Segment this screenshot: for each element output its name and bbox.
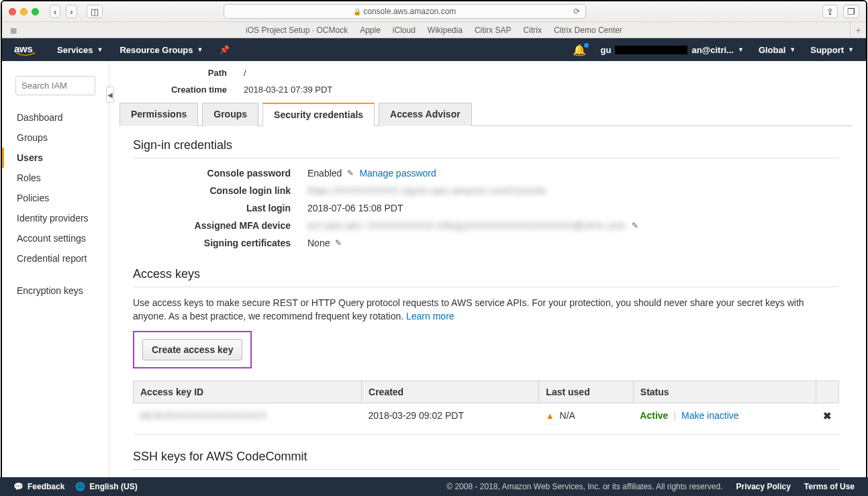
console-password-label: Console password (133, 168, 307, 179)
tabs-button[interactable]: ❐ (843, 5, 859, 18)
tab-permissions[interactable]: Permissions (119, 103, 198, 126)
chevron-down-icon: ▼ (97, 46, 103, 53)
console-password-value: Enabled (307, 168, 342, 179)
browser-chrome: ‹ › ◫ 🔒 console.aws.amazon.com ⟳ ⇪ ❐ ▦ i… (2, 1, 866, 38)
sidebar-item-encryption-keys[interactable]: Encryption keys (17, 281, 109, 301)
sidebar-item-roles[interactable]: Roles (17, 168, 109, 188)
login-link-label: Console login link (133, 185, 307, 196)
address-bar[interactable]: 🔒 console.aws.amazon.com ⟳ (224, 4, 586, 19)
pin-icon[interactable]: 📌 (220, 45, 230, 54)
creation-time-label: Creation time (119, 85, 244, 95)
creation-time-value: 2018-03-21 07:39 PDT (244, 85, 332, 95)
status-badge: Active (640, 410, 668, 421)
sidebar-item-identity-providers[interactable]: Identity providers (17, 208, 109, 228)
support-menu[interactable]: Support▼ (810, 45, 854, 55)
table-header: Access key ID (134, 381, 362, 403)
bookmark-item[interactable]: Wikipedia (428, 26, 463, 35)
services-menu[interactable]: Services▼ (57, 45, 103, 55)
signing-label: Signing certificates (133, 238, 307, 248)
tab-security-credentials[interactable]: Security credentials (262, 103, 375, 126)
bookmark-item[interactable]: iOS Project Setup · OCMock (246, 26, 348, 35)
language-selector[interactable]: 🌐English (US) (75, 482, 137, 491)
aws-logo[interactable]: aws (14, 43, 37, 56)
chevron-left-icon: ◀ (107, 91, 113, 99)
key-status-cell: Active|Make inactive (633, 403, 816, 435)
table-header: Created (362, 381, 539, 403)
search-input[interactable] (15, 76, 95, 95)
bookmarks-list: iOS Project Setup · OCMock Apple iCloud … (246, 26, 622, 35)
share-button[interactable]: ⇪ (822, 5, 838, 18)
create-access-key-highlight: Create access key (133, 331, 252, 368)
bookmark-item[interactable]: iCloud (393, 26, 416, 35)
account-menu[interactable]: guan@citri... ▼ (601, 45, 744, 55)
back-button[interactable]: ‹ (50, 5, 60, 18)
table-header: Status (633, 381, 816, 403)
signin-section-title: Sign-in credentials (133, 138, 839, 152)
copyright-text: © 2008 - 2018, Amazon Web Services, Inc.… (446, 482, 722, 491)
speech-bubble-icon: 💬 (13, 482, 23, 491)
address-text: console.aws.amazon.com (363, 7, 456, 16)
pencil-icon[interactable]: ✎ (335, 238, 342, 248)
last-login-value: 2018-07-06 15:08 PDT (307, 203, 403, 213)
bookmarks-grid-icon[interactable]: ▦ (10, 28, 16, 32)
access-key-id: AKIAJXXXXXXXXXXXXXXX (140, 410, 267, 421)
security-credentials-panel: Sign-in credentials Console password Ena… (119, 126, 853, 479)
delete-key-button[interactable]: ✖ (823, 410, 832, 421)
notifications-button[interactable]: 🔔 (573, 44, 586, 56)
learn-more-link[interactable]: Learn more (406, 311, 454, 321)
warning-icon: ▲ (546, 411, 554, 421)
tabs-icon: ❐ (847, 7, 855, 17)
forward-button[interactable]: › (66, 5, 77, 18)
table-header: Last used (539, 381, 634, 403)
main-content: Path / Creation time 2018-03-21 07:39 PD… (109, 61, 866, 479)
aws-console-header: aws Services▼ Resource Groups▼ 📌 🔔 guan@… (2, 38, 866, 61)
access-keys-section-title: Access keys (133, 267, 839, 281)
chevron-down-icon: ▼ (789, 46, 795, 53)
manage-password-link[interactable]: Manage password (359, 168, 436, 179)
share-icon: ⇪ (826, 7, 834, 17)
new-tab-button[interactable]: + (850, 22, 866, 38)
resource-groups-menu[interactable]: Resource Groups▼ (119, 45, 203, 55)
ssh-section-title: SSH keys for AWS CodeCommit (133, 450, 839, 464)
bookmark-item[interactable]: Citirx SAP (475, 26, 512, 35)
collapse-sidebar-button[interactable]: ◀ (106, 87, 114, 103)
aws-footer: 💬Feedback 🌐English (US) © 2008 - 2018, A… (1, 477, 867, 495)
access-keys-table: Access key IDCreatedLast usedStatus AKIA… (133, 381, 839, 435)
tab-groups[interactable]: Groups (202, 103, 258, 126)
close-window-button[interactable] (9, 8, 16, 15)
chevron-down-icon: ▼ (738, 46, 744, 53)
redacted-username (615, 46, 687, 54)
feedback-button[interactable]: 💬Feedback (13, 482, 64, 491)
minimize-window-button[interactable] (20, 8, 28, 15)
globe-icon: 🌐 (75, 482, 85, 491)
bookmark-item[interactable]: Apple (360, 26, 381, 35)
sidebar-item-policies[interactable]: Policies (17, 188, 109, 208)
create-access-key-button[interactable]: Create access key (142, 339, 242, 360)
bookmark-item[interactable]: Citrix Demo Center (554, 26, 622, 35)
sidebar-toggle-button[interactable]: ◫ (87, 5, 103, 18)
sidebar-item-account-settings[interactable]: Account settings (17, 228, 109, 248)
terms-link[interactable]: Terms of Use (804, 482, 855, 491)
signing-value: None (307, 238, 330, 248)
bookmark-item[interactable]: Citrix (524, 26, 542, 35)
sidebar-icon: ◫ (91, 7, 99, 17)
pencil-icon[interactable]: ✎ (347, 168, 354, 178)
sidebar-item-users[interactable]: Users (2, 148, 109, 168)
tab-access-advisor[interactable]: Access Advisor (379, 103, 472, 126)
privacy-link[interactable]: Privacy Policy (736, 482, 790, 491)
sidebar-item-credential-report[interactable]: Credential report (17, 248, 109, 268)
reload-icon[interactable]: ⟳ (573, 7, 580, 16)
pencil-icon[interactable]: ✎ (632, 221, 638, 230)
path-label: Path (119, 68, 244, 78)
user-tabs: PermissionsGroupsSecurity credentialsAcc… (119, 103, 866, 126)
sidebar-item-dashboard[interactable]: Dashboard (17, 107, 109, 128)
maximize-window-button[interactable] (32, 8, 39, 15)
chevron-down-icon: ▼ (197, 46, 203, 53)
sidebar-item-groups[interactable]: Groups (17, 128, 109, 148)
region-menu[interactable]: Global▼ (759, 45, 795, 55)
plus-icon: + (855, 25, 861, 36)
lock-icon: 🔒 (353, 8, 361, 15)
mfa-label: Assigned MFA device (133, 220, 307, 231)
make-inactive-link[interactable]: Make inactive (681, 410, 739, 421)
notification-badge (584, 43, 589, 48)
